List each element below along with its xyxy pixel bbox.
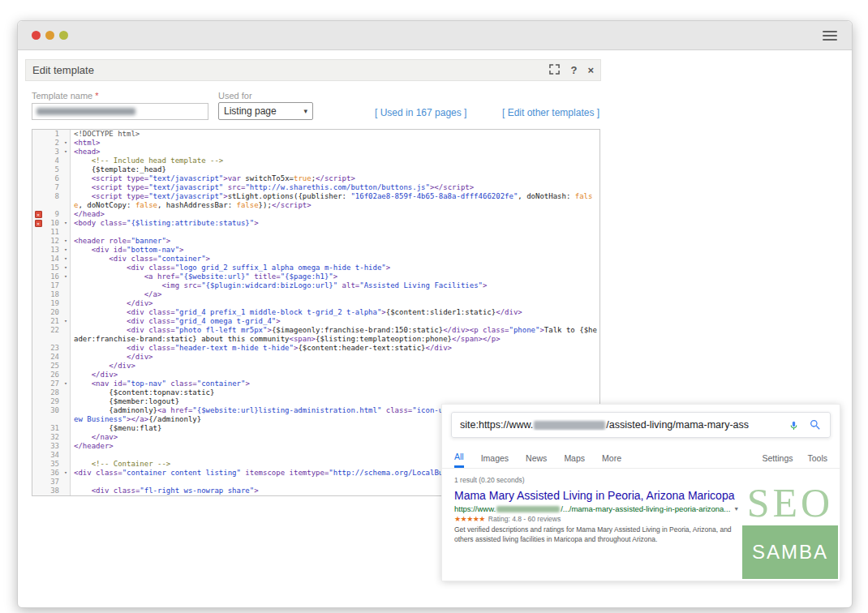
fold-gutter	[62, 130, 71, 139]
result-snippet: Get verified descriptions and ratings fo…	[454, 525, 743, 544]
redacted-url-domain	[496, 506, 560, 512]
line-number: 33	[44, 442, 62, 451]
code-text: <nav id="top-nav" class="container">	[71, 379, 599, 388]
code-text: </div>	[71, 299, 599, 308]
fold-gutter	[62, 371, 71, 379]
fold-gutter	[62, 165, 71, 174]
search-input[interactable]: site:https://www./assisted-living/mama-m…	[451, 412, 831, 438]
error-margin	[32, 442, 44, 451]
error-margin	[32, 344, 44, 353]
code-text: <header role="banner">	[71, 237, 599, 246]
code-text: <html>	[71, 139, 599, 148]
error-marker-icon[interactable]: ✕	[35, 211, 42, 218]
used-for-select[interactable]: Listing page ▾	[218, 102, 313, 120]
line-number: 34	[44, 451, 62, 460]
template-name-input[interactable]	[32, 103, 208, 120]
fold-toggle-icon[interactable]: ▾	[62, 317, 71, 326]
fullscreen-toggle-icon[interactable]	[549, 64, 560, 76]
error-margin	[32, 165, 44, 174]
result-options-arrow-icon[interactable]: ▼	[733, 506, 739, 512]
fold-toggle-icon[interactable]: ▾	[62, 255, 71, 264]
code-line: 19 </div>	[32, 299, 599, 308]
logo-samba-block: SAMBA	[742, 525, 838, 579]
code-text: <head>	[71, 148, 599, 156]
minimize-window-icon[interactable]	[45, 31, 54, 40]
star-rating-icon: ★★★★★	[454, 515, 485, 523]
chevron-down-icon: ▾	[303, 107, 307, 115]
fold-gutter	[62, 451, 71, 460]
fold-gutter	[62, 299, 71, 308]
fold-toggle-icon[interactable]: ▾	[62, 148, 71, 156]
result-title-link[interactable]: Mama Mary Assisted Living in Peoria, Ari…	[454, 489, 743, 503]
code-text: <script type="text/javascript">stLight.o…	[71, 192, 599, 210]
fold-gutter	[62, 388, 71, 397]
error-margin	[32, 264, 44, 272]
tab-images[interactable]: Images	[481, 448, 509, 468]
code-text: <div class="header-text m-hide t-hide">{…	[71, 344, 599, 353]
fold-toggle-icon[interactable]: ▾	[62, 264, 71, 272]
used-in-pages-link[interactable]: [ Used in 167 pages ]	[375, 107, 466, 118]
error-margin	[32, 192, 44, 210]
fold-gutter	[62, 362, 71, 371]
fold-toggle-icon[interactable]: ▾	[62, 139, 71, 148]
zoom-window-icon[interactable]	[59, 31, 68, 40]
code-line: 14▾ <div class="container">	[32, 255, 599, 264]
fold-gutter	[62, 487, 71, 495]
fold-gutter	[62, 460, 71, 469]
error-margin	[32, 388, 44, 397]
code-text: </div>	[71, 371, 599, 379]
template-name-label: Template name *	[32, 91, 99, 101]
line-number: 16	[44, 272, 62, 281]
line-number: 31	[44, 424, 62, 433]
fold-toggle-icon[interactable]: ▾	[62, 219, 71, 228]
error-margin	[32, 156, 44, 165]
code-line: 13▾ <div id="bottom-nav">	[32, 246, 599, 255]
code-text: </head>	[71, 210, 599, 219]
code-line: 6 <script type="text/javascript">var swi…	[32, 174, 599, 183]
panel-title: Edit template	[32, 64, 94, 76]
tab-maps[interactable]: Maps	[564, 448, 585, 468]
error-marker-icon[interactable]: ✕	[35, 220, 42, 227]
code-line: 25 </div>	[32, 362, 599, 371]
mic-icon[interactable]	[789, 418, 799, 432]
line-number: 8	[44, 192, 62, 210]
hamburger-menu-icon[interactable]	[823, 31, 837, 41]
tools-link[interactable]: Tools	[807, 448, 827, 468]
line-number: 24	[44, 353, 62, 362]
close-icon[interactable]: ×	[587, 65, 594, 75]
error-margin	[32, 281, 44, 290]
edit-other-templates-link[interactable]: [ Edit other templates ]	[502, 107, 599, 118]
line-number: 19	[44, 299, 62, 308]
line-number: 4	[44, 156, 62, 165]
search-result: Mama Mary Assisted Living in Peoria, Ari…	[454, 489, 743, 544]
error-margin	[32, 299, 44, 308]
fold-toggle-icon[interactable]: ▾	[62, 246, 71, 255]
code-line: 24 </div>	[32, 353, 599, 362]
error-margin: ✕	[32, 210, 44, 219]
settings-link[interactable]: Settings	[763, 448, 793, 468]
fold-toggle-icon[interactable]: ▾	[62, 379, 71, 388]
line-number: 20	[44, 308, 62, 317]
fold-toggle-icon[interactable]: ▾	[62, 272, 71, 281]
close-window-icon[interactable]	[32, 31, 41, 40]
code-line: 15▾ <div class="logo grid_2 suffix_1 alp…	[32, 264, 599, 272]
code-text: </div>	[71, 353, 599, 362]
error-margin	[32, 460, 44, 469]
line-number: 12	[44, 237, 62, 246]
fold-toggle-icon[interactable]: ▾	[62, 469, 71, 478]
fold-gutter	[62, 174, 71, 183]
line-number: 10	[44, 219, 62, 228]
line-number: 7	[44, 183, 62, 192]
tab-more[interactable]: More	[602, 448, 621, 468]
fold-toggle-icon[interactable]: ▾	[62, 237, 71, 246]
code-line: 8 <script type="text/javascript">stLight…	[32, 192, 599, 210]
tab-news[interactable]: News	[526, 448, 547, 468]
code-text: <div class="container">	[71, 255, 599, 264]
edit-template-header: Edit template ? ×	[25, 59, 601, 81]
code-line: 27▾ <nav id="top-nav" class="container">	[32, 379, 599, 388]
search-icon[interactable]	[809, 418, 822, 431]
help-icon[interactable]: ?	[570, 65, 577, 75]
tab-all[interactable]: All	[454, 448, 464, 468]
error-margin	[32, 308, 44, 317]
line-number: 36	[44, 469, 62, 478]
